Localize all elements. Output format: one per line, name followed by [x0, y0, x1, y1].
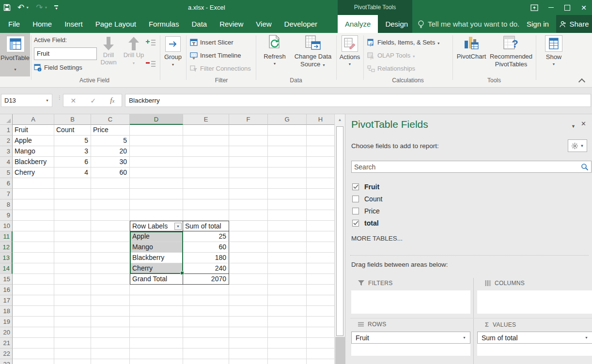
cell-F18[interactable]	[229, 306, 268, 317]
select-all-corner[interactable]	[0, 114, 13, 125]
cell-C1[interactable]: Price	[91, 125, 130, 136]
cell-B13[interactable]	[54, 253, 91, 263]
cell-B1[interactable]: Count	[54, 125, 91, 136]
cell-B7[interactable]	[54, 189, 91, 199]
row-header-22[interactable]: 22	[0, 349, 13, 359]
cell-D15[interactable]: Grand Total	[130, 274, 183, 285]
recommended-pivottables-button[interactable]: ? RecommendedPivotTables	[488, 34, 534, 68]
cell-E15[interactable]: 2070	[183, 274, 229, 285]
columns-drop-area[interactable]	[477, 290, 592, 314]
cell-G13[interactable]	[268, 253, 307, 263]
cell-C11[interactable]	[91, 231, 130, 242]
insert-slicer-button[interactable]: Insert Slicer	[190, 37, 234, 48]
cell-D7[interactable]	[130, 189, 183, 199]
drill-up-button[interactable]: Drill Up ▼	[122, 36, 145, 66]
redo-button[interactable]: ↷▼	[32, 0, 51, 15]
cell-G17[interactable]	[268, 295, 307, 306]
cell-D13[interactable]: Blackberry	[130, 253, 183, 263]
cell-B15[interactable]	[54, 274, 91, 285]
cell-G20[interactable]	[268, 327, 307, 338]
column-header-F[interactable]: F	[229, 114, 268, 125]
expand-field-button[interactable]	[145, 39, 156, 48]
cell-C20[interactable]	[91, 327, 130, 338]
column-header-D[interactable]: D	[130, 114, 183, 125]
cell-B14[interactable]	[54, 263, 91, 274]
cell-G12[interactable]	[268, 242, 307, 253]
cell-A21[interactable]	[13, 338, 54, 349]
cell-H22[interactable]	[307, 349, 335, 359]
maximize-button[interactable]	[559, 0, 576, 15]
cell-E23[interactable]	[183, 359, 229, 364]
cell-B9[interactable]	[54, 210, 91, 221]
cell-B21[interactable]	[54, 338, 91, 349]
field-item-total[interactable]: total	[352, 218, 379, 228]
values-field-pill[interactable]: Sum of total ▼	[477, 332, 592, 344]
cell-G2[interactable]	[268, 136, 307, 146]
row-header-8[interactable]: 8	[0, 199, 13, 210]
tab-design[interactable]: Design	[378, 15, 415, 33]
tab-review[interactable]: Review	[213, 15, 249, 33]
cell-C5[interactable]: 60	[91, 167, 130, 178]
values-field-dropdown-icon[interactable]: ▼	[585, 336, 588, 339]
formula-bar-splitter[interactable]: ⋮	[57, 96, 62, 99]
row-header-5[interactable]: 5	[0, 167, 13, 178]
cell-F3[interactable]	[229, 146, 268, 157]
tab-file[interactable]: File	[2, 15, 26, 33]
field-settings-button[interactable]: i Field Settings	[34, 62, 82, 73]
cell-D1[interactable]	[130, 125, 183, 136]
collapse-ribbon-button[interactable]	[579, 79, 584, 84]
checkbox-price[interactable]	[352, 208, 359, 214]
formula-bar-input[interactable]: Blackberry	[125, 94, 591, 107]
cell-A2[interactable]: Apple	[13, 136, 54, 146]
cell-H8[interactable]	[307, 199, 335, 210]
column-header-A[interactable]: A	[13, 114, 54, 125]
cell-G16[interactable]	[268, 285, 307, 295]
cell-G14[interactable]	[268, 263, 307, 274]
cell-D14[interactable]: Cherry	[130, 263, 183, 274]
cell-C12[interactable]	[91, 242, 130, 253]
cell-F15[interactable]	[229, 274, 268, 285]
cell-F5[interactable]	[229, 167, 268, 178]
row-header-15[interactable]: 15	[0, 274, 13, 285]
cell-C21[interactable]	[91, 338, 130, 349]
cell-G8[interactable]	[268, 199, 307, 210]
cell-G21[interactable]	[268, 338, 307, 349]
cell-E19[interactable]	[183, 317, 229, 327]
cell-A9[interactable]	[13, 210, 54, 221]
cell-D6[interactable]	[130, 178, 183, 189]
cell-C9[interactable]	[91, 210, 130, 221]
field-item-price[interactable]: Price	[352, 206, 380, 216]
cell-E7[interactable]	[183, 189, 229, 199]
cell-A6[interactable]	[13, 178, 54, 189]
cell-F20[interactable]	[229, 327, 268, 338]
cell-D2[interactable]	[130, 136, 183, 146]
cell-B12[interactable]	[54, 242, 91, 253]
cell-B20[interactable]	[54, 327, 91, 338]
row-header-1[interactable]: 1	[0, 125, 13, 136]
cell-E1[interactable]	[183, 125, 229, 136]
tell-me-box[interactable]: Tell me what you want to do.	[418, 15, 519, 33]
checkbox-total[interactable]	[352, 220, 359, 227]
rows-field-dropdown-icon[interactable]: ▼	[463, 336, 466, 339]
cell-G6[interactable]	[268, 178, 307, 189]
tools-gear-button[interactable]: ▼	[568, 139, 587, 152]
cell-C7[interactable]	[91, 189, 130, 199]
save-button[interactable]	[0, 0, 14, 15]
cell-D5[interactable]	[130, 167, 183, 178]
tab-view[interactable]: View	[249, 15, 278, 33]
cell-E21[interactable]	[183, 338, 229, 349]
cell-C8[interactable]	[91, 199, 130, 210]
row-header-16[interactable]: 16	[0, 285, 13, 295]
cell-F6[interactable]	[229, 178, 268, 189]
cell-B2[interactable]: 5	[54, 136, 91, 146]
cancel-entry-icon[interactable]: ✕	[71, 97, 77, 105]
cell-F9[interactable]	[229, 210, 268, 221]
cell-C17[interactable]	[91, 295, 130, 306]
row-header-18[interactable]: 18	[0, 306, 13, 317]
cell-C15[interactable]	[91, 274, 130, 285]
cell-A11[interactable]	[13, 231, 54, 242]
cell-B5[interactable]: 4	[54, 167, 91, 178]
cell-F21[interactable]	[229, 338, 268, 349]
cell-B23[interactable]	[54, 359, 91, 364]
cell-H23[interactable]	[307, 359, 335, 364]
